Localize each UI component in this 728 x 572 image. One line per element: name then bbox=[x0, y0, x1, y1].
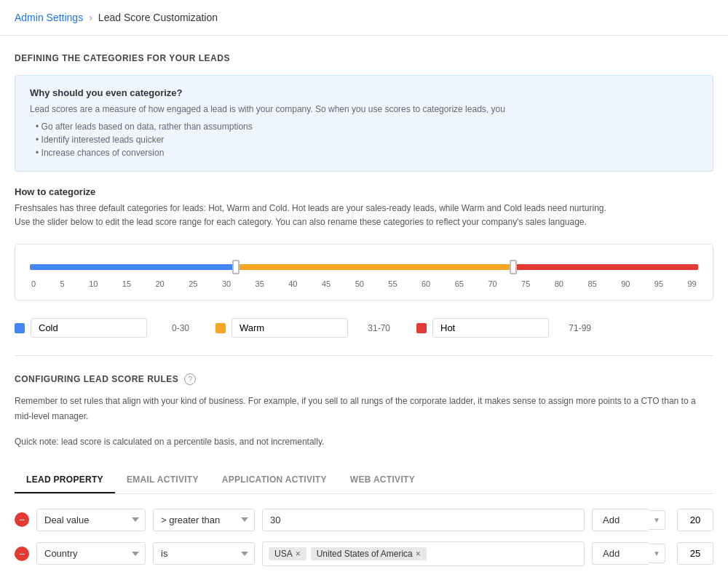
value-input-1[interactable] bbox=[262, 509, 585, 531]
tab-web-activity[interactable]: WEB ACTIVITY bbox=[339, 467, 427, 493]
cold-range: 0-30 bbox=[153, 323, 189, 333]
config-text-1: Remember to set rules that align with yo… bbox=[15, 394, 713, 424]
help-icon[interactable]: ? bbox=[184, 373, 196, 385]
category-cold: 0-30 bbox=[15, 318, 189, 338]
slider-handle-warm-hot[interactable] bbox=[510, 260, 517, 274]
warm-color-swatch bbox=[215, 323, 226, 333]
breadcrumb-parent[interactable]: Admin Settings bbox=[15, 12, 83, 23]
slider-warm-segment bbox=[240, 264, 510, 270]
tag-united-states-remove[interactable]: × bbox=[416, 549, 421, 558]
hot-name-input[interactable] bbox=[432, 318, 549, 338]
action-dropdown-arrow-1[interactable]: ▼ bbox=[649, 510, 665, 530]
property-select-1[interactable]: Deal value Country Lead score Title bbox=[36, 509, 146, 531]
tag-usa-remove[interactable]: × bbox=[296, 549, 301, 558]
action-wrap-2: Add Subtract ▼ bbox=[592, 542, 665, 565]
cold-color-swatch bbox=[15, 323, 25, 333]
section-divider bbox=[15, 355, 713, 356]
breadcrumb-current: Lead Score Customization bbox=[98, 12, 218, 23]
slider-hot-segment bbox=[517, 264, 698, 270]
tab-application-activity[interactable]: APPLICATION ACTIVITY bbox=[210, 467, 339, 493]
action-wrap-1: Add Subtract ▼ bbox=[592, 509, 665, 531]
category-warm: 31-70 bbox=[215, 318, 390, 338]
tag-united-states: United States of America × bbox=[311, 547, 427, 560]
breadcrumb-separator: › bbox=[89, 12, 92, 23]
hot-color-swatch bbox=[416, 323, 427, 333]
operator-select-1[interactable]: > greater than < less than = equals is n… bbox=[153, 509, 255, 531]
list-item: Increase chances of conversion bbox=[36, 146, 698, 159]
remove-rule-1-button[interactable]: − bbox=[15, 512, 29, 527]
slider-track[interactable] bbox=[30, 262, 698, 272]
slider-labels: 0 5 10 15 20 25 30 35 40 45 50 55 60 65 … bbox=[30, 279, 698, 288]
slider-cold-segment bbox=[30, 264, 232, 270]
property-select-2[interactable]: Country Deal value Lead score Title bbox=[36, 542, 146, 565]
defining-section-title: DEFINING THE CATEGORIES FOR YOUR LEADS bbox=[15, 53, 713, 63]
config-section-title: CONFIGURING LEAD SCORE RULES bbox=[15, 374, 178, 384]
warm-range: 31-70 bbox=[354, 323, 390, 333]
remove-rule-2-button[interactable]: − bbox=[15, 547, 29, 561]
tags-input-2[interactable]: USA × United States of America × bbox=[262, 541, 585, 566]
rule-row-2: − Country Deal value Lead score Title is… bbox=[15, 541, 713, 566]
how-categorize-title: How to categorize bbox=[15, 186, 713, 197]
slider-container: 0 5 10 15 20 25 30 35 40 45 50 55 60 65 … bbox=[15, 244, 713, 301]
slider-handle-cold-warm[interactable] bbox=[232, 260, 240, 274]
list-item: Identify interested leads quicker bbox=[36, 133, 698, 146]
tab-email-activity[interactable]: EMAIL ACTIVITY bbox=[115, 467, 210, 493]
info-box: Why should you even categorize? Lead sco… bbox=[15, 75, 713, 172]
rule-row-1: − Deal value Country Lead score Title > … bbox=[15, 509, 713, 531]
breadcrumb: Admin Settings › Lead Score Customizatio… bbox=[0, 0, 728, 36]
config-text-2: Quick note: lead score is calculated on … bbox=[15, 434, 713, 449]
action-dropdown-arrow-2[interactable]: ▼ bbox=[649, 544, 665, 563]
list-item: Go after leads based on data, rather tha… bbox=[36, 120, 698, 133]
config-title-row: CONFIGURING LEAD SCORE RULES ? bbox=[15, 373, 713, 385]
cold-name-input[interactable] bbox=[31, 318, 147, 338]
score-input-2[interactable] bbox=[677, 542, 713, 565]
tabs-bar: LEAD PROPERTY EMAIL ACTIVITY APPLICATION… bbox=[15, 467, 713, 494]
action-select-1[interactable]: Add Subtract bbox=[592, 509, 649, 531]
hot-range: 71-99 bbox=[555, 323, 591, 333]
score-input-1[interactable] bbox=[677, 509, 713, 531]
info-box-intro: Lead scores are a measure of how engaged… bbox=[30, 104, 698, 114]
rules-area: − Deal value Country Lead score Title > … bbox=[15, 494, 713, 572]
operator-select-2[interactable]: is is not contains bbox=[153, 542, 255, 565]
action-select-2[interactable]: Add Subtract bbox=[592, 542, 649, 565]
how-categorize-text: Freshsales has three default categories … bbox=[15, 202, 713, 229]
tab-lead-property[interactable]: LEAD PROPERTY bbox=[15, 467, 115, 493]
info-box-heading: Why should you even categorize? bbox=[30, 87, 698, 98]
category-row: 0-30 31-70 71-99 bbox=[15, 318, 713, 338]
tag-usa: USA × bbox=[269, 547, 306, 560]
warm-name-input[interactable] bbox=[232, 318, 348, 338]
category-hot: 71-99 bbox=[416, 318, 591, 338]
info-box-list: Go after leads based on data, rather tha… bbox=[30, 120, 698, 159]
